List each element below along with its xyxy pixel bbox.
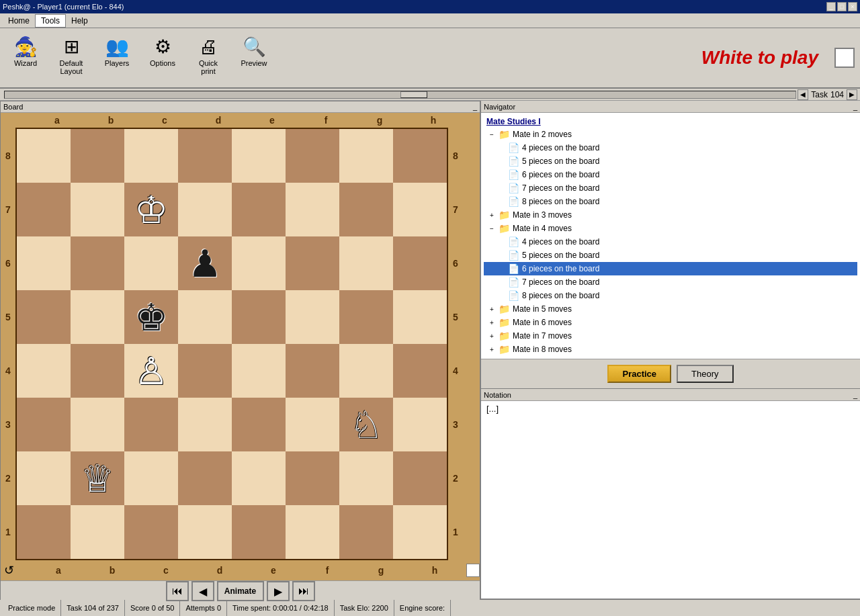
cell-h4[interactable] xyxy=(393,344,447,398)
next-move-btn[interactable]: ▶ xyxy=(267,581,290,601)
cell-h8[interactable] xyxy=(393,129,447,183)
tree-toggle-mate4[interactable]: − xyxy=(486,223,497,234)
cell-c4[interactable]: ♙ xyxy=(124,344,178,398)
cell-c8[interactable] xyxy=(124,129,178,183)
cell-h1[interactable] xyxy=(393,505,447,559)
cell-f2[interactable] xyxy=(286,451,339,505)
prev-move-btn[interactable]: ◀ xyxy=(191,581,214,601)
cell-g1[interactable] xyxy=(339,505,393,559)
minimize-btn[interactable]: _ xyxy=(826,2,836,11)
menu-tools[interactable]: Tools xyxy=(35,14,66,28)
navigator-minimize-icon[interactable]: _ xyxy=(853,103,857,111)
cell-g6[interactable] xyxy=(339,236,393,290)
cell-a7[interactable] xyxy=(17,183,71,236)
tree-item-mate2-8[interactable]: 📄8 pieces on the board xyxy=(484,195,857,208)
cell-b8[interactable] xyxy=(71,129,124,183)
cell-a3[interactable] xyxy=(17,398,71,451)
cell-h3[interactable] xyxy=(393,398,447,451)
navigator-header[interactable]: Mate Studies I xyxy=(484,116,857,128)
cell-d2[interactable] xyxy=(178,451,232,505)
chess-board[interactable]: ♔♟♚♙♘♕ xyxy=(15,128,448,560)
quick-print-button[interactable]: 🖨 Quick print xyxy=(188,32,228,83)
tree-item-mate4-5[interactable]: 📄5 pieces on the board xyxy=(484,249,857,262)
cell-f6[interactable] xyxy=(286,236,339,290)
tree-item-mate7[interactable]: +📁Mate in 7 moves xyxy=(484,329,857,343)
cell-a4[interactable] xyxy=(17,344,71,398)
cell-c6[interactable] xyxy=(124,236,178,290)
tree-item-mate2-6[interactable]: 📄6 pieces on the board xyxy=(484,168,857,181)
cell-f5[interactable] xyxy=(286,290,339,344)
tree-item-mate4-8[interactable]: 📄8 pieces on the board xyxy=(484,289,857,302)
cell-b5[interactable] xyxy=(71,290,124,344)
cell-a6[interactable] xyxy=(17,236,71,290)
default-layout-button[interactable]: ⊞ Default Layout xyxy=(51,32,91,83)
cell-g4[interactable] xyxy=(339,344,393,398)
practice-button[interactable]: Practice xyxy=(607,365,671,383)
cell-f8[interactable] xyxy=(286,129,339,183)
cell-d4[interactable] xyxy=(178,344,232,398)
cell-c7[interactable]: ♔ xyxy=(124,183,178,236)
cell-e6[interactable] xyxy=(232,236,286,290)
horizontal-scrollbar[interactable] xyxy=(3,90,798,99)
cell-g5[interactable] xyxy=(339,290,393,344)
cell-d3[interactable] xyxy=(178,398,232,451)
tree-item-mate4[interactable]: −📁Mate in 4 moves xyxy=(484,222,857,235)
menu-help[interactable]: Help xyxy=(66,15,93,27)
cell-b4[interactable] xyxy=(71,344,124,398)
menu-home[interactable]: Home xyxy=(3,15,35,27)
cell-e5[interactable] xyxy=(232,290,286,344)
cell-a5[interactable] xyxy=(17,290,71,344)
tree-item-mate8[interactable]: +📁Mate in 8 moves xyxy=(484,343,857,356)
tree-toggle-mate2[interactable]: − xyxy=(486,129,497,140)
cell-b7[interactable] xyxy=(71,183,124,236)
tree-item-mate2-5[interactable]: 📄5 pieces on the board xyxy=(484,155,857,168)
cell-a1[interactable] xyxy=(17,505,71,559)
cell-d8[interactable] xyxy=(178,129,232,183)
cell-f7[interactable] xyxy=(286,183,339,236)
players-button[interactable]: 👥 Players xyxy=(97,32,137,83)
notation-minimize-icon[interactable]: _ xyxy=(853,391,857,399)
tree-item-mate4-7[interactable]: 📄7 pieces on the board xyxy=(484,275,857,289)
cell-b2[interactable]: ♕ xyxy=(71,451,124,505)
cell-b1[interactable] xyxy=(71,505,124,559)
rotate-board-btn[interactable]: ↺ xyxy=(1,562,17,578)
cell-h6[interactable] xyxy=(393,236,447,290)
cell-c5[interactable]: ♚ xyxy=(124,290,178,344)
cell-f4[interactable] xyxy=(286,344,339,398)
cell-e4[interactable] xyxy=(232,344,286,398)
close-btn[interactable]: × xyxy=(848,2,857,11)
cell-f3[interactable] xyxy=(286,398,339,451)
board-minimize-icon[interactable]: _ xyxy=(473,103,477,111)
tree-toggle-mate6[interactable]: + xyxy=(486,317,497,328)
cell-h7[interactable] xyxy=(393,183,447,236)
first-move-btn[interactable]: ⏮ xyxy=(166,581,189,601)
task-next-btn[interactable]: ▶ xyxy=(847,89,857,100)
tree-toggle-mate7[interactable]: + xyxy=(486,331,497,341)
cell-d7[interactable] xyxy=(178,183,232,236)
cell-a2[interactable] xyxy=(17,451,71,505)
theory-button[interactable]: Theory xyxy=(677,365,733,383)
preview-button[interactable]: 🔍 Preview xyxy=(234,32,274,83)
last-move-btn[interactable]: ⏭ xyxy=(292,581,315,601)
cell-f1[interactable] xyxy=(286,505,339,559)
cell-e2[interactable] xyxy=(232,451,286,505)
cell-d5[interactable] xyxy=(178,290,232,344)
cell-e7[interactable] xyxy=(232,183,286,236)
animate-btn[interactable]: Animate xyxy=(217,581,264,601)
cell-g7[interactable] xyxy=(339,183,393,236)
scrollbar-thumb[interactable] xyxy=(400,91,427,98)
options-button[interactable]: ⚙ Options xyxy=(142,32,183,83)
tree-item-mate6[interactable]: +📁Mate in 6 moves xyxy=(484,316,857,329)
cell-g2[interactable] xyxy=(339,451,393,505)
cell-e3[interactable] xyxy=(232,398,286,451)
cell-a8[interactable] xyxy=(17,129,71,183)
cell-c2[interactable] xyxy=(124,451,178,505)
cell-h5[interactable] xyxy=(393,290,447,344)
tree-item-mate2-4[interactable]: 📄4 pieces on the board xyxy=(484,141,857,155)
tree-toggle-mate5[interactable]: + xyxy=(486,304,497,314)
maximize-btn[interactable]: □ xyxy=(837,2,847,11)
cell-e8[interactable] xyxy=(232,129,286,183)
tree-item-mate4-4[interactable]: 📄4 pieces on the board xyxy=(484,235,857,249)
tree-item-mate2-7[interactable]: 📄7 pieces on the board xyxy=(484,181,857,195)
tree-item-mate4-6[interactable]: 📄6 pieces on the board xyxy=(484,262,857,275)
